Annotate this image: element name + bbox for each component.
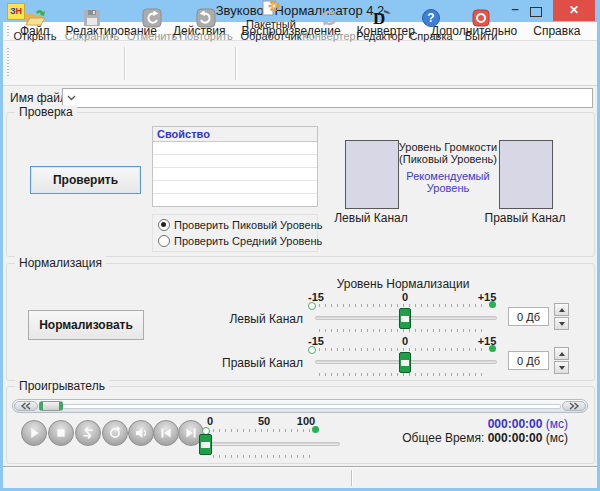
tick-marks [213,455,311,458]
volume-slider-track[interactable] [210,442,340,446]
tick-marks [319,348,486,351]
svg-text:?: ? [427,11,434,25]
tick-marks [319,304,486,307]
seek-thumb[interactable] [39,401,63,411]
app-window: ЗН Звуковой Нормализатор 4.2 – ✕ Файл Ре… [0,0,600,491]
right-channel-meter [499,140,553,209]
menu-help[interactable]: Справка [525,24,588,38]
toolbar-grip [7,48,9,78]
repeat-button[interactable] [102,420,128,446]
radio-unselected-icon [158,235,170,247]
right-channel-label: Правый Канал [483,211,567,225]
right-spin-down-button[interactable] [554,361,569,374]
left-channel-label: Левый Канал [329,211,413,225]
chevron-down-icon [67,95,76,101]
volume-level-caption-1: Уровень Громкости [398,141,498,153]
status-bar-divider [351,470,352,486]
arrow-up-icon [559,308,565,312]
right-db-field[interactable]: 0 Дб [508,351,549,370]
volume-slider-handle[interactable] [199,434,212,455]
speaker-icon [129,420,153,446]
undo-button[interactable]: Отменить [128,4,176,42]
recommended-level-link-2[interactable]: Уровень [398,182,498,194]
time-display: 000:00:00 (мс) Общее Время: 000:00:00 (м… [402,417,568,445]
play-button[interactable] [21,420,47,446]
left-spin-down-button[interactable] [554,317,569,330]
minimize-button[interactable]: – [505,0,525,21]
converter-button[interactable]: Конвертер [303,4,355,42]
left-spin-up-button[interactable] [554,303,569,316]
toolbar [3,41,597,86]
svg-text:D: D [373,9,385,28]
volume-min-label: 0 [198,415,222,427]
exit-button[interactable]: Выйти [460,4,502,42]
property-table: Свойство [152,126,318,207]
editor-button[interactable]: D Редактор [357,4,403,42]
volume-level-caption-2: (Пиковый Уровень) [398,153,498,165]
status-bar [3,466,597,488]
scale-max-label: +15 [473,291,501,303]
tick-marks [319,373,486,376]
help-question-icon: ? [421,8,441,30]
radio-peak-level[interactable]: Проверить Пиковый Уровень [158,219,323,231]
repeat-icon [103,420,127,446]
swap-channels-button[interactable] [75,420,101,446]
check-group-title: Проверка [15,105,77,119]
close-button[interactable]: ✕ [553,0,595,21]
radio-average-level[interactable]: Проверить Средний Уровень [158,235,322,247]
filename-combobox[interactable] [62,88,593,108]
check-button[interactable]: Проверить [30,166,141,194]
maximize-button[interactable] [530,7,542,17]
table-row [153,194,317,206]
volume-button[interactable] [128,420,154,446]
seek-bar[interactable] [12,399,588,413]
editor-d-icon: D [369,8,391,30]
play-icon [22,420,46,446]
scale-min-label: -15 [302,291,330,303]
redo-icon [196,8,216,30]
power-exit-icon [471,8,491,30]
redo-button[interactable]: Повторить [180,4,232,42]
check-mode-panel: Проверить Пиковый Уровень Проверить Сред… [152,214,318,252]
current-time: 000:00:00 (мс) [402,417,568,431]
player-group-title: Проигрыватель [15,379,109,393]
left-db-field[interactable]: 0 Дб [508,307,549,326]
tick-marks [319,329,486,332]
save-button[interactable]: Сохранить [65,4,119,42]
open-button[interactable]: Открыть [11,4,59,42]
stop-button[interactable] [48,420,74,446]
arrow-down-icon [559,322,565,326]
table-row [153,142,317,155]
volume-mid-label: 50 [252,415,276,427]
arrow-down-icon [559,366,565,370]
help-button[interactable]: ? Справка [408,4,454,42]
toolbar-separator [124,47,125,80]
gear-icon [261,0,281,18]
scale-max-dot-icon [489,301,496,308]
radio-selected-icon [158,219,170,231]
normalize-group-title: Нормализация [15,256,106,270]
seek-back-button[interactable] [14,401,38,411]
scale-max-dot-icon [489,345,496,352]
scale-min-dot-icon [308,302,316,310]
batch-processor-button[interactable]: Пакетный Обработчик [239,4,303,42]
seek-forward-button[interactable] [562,401,586,411]
normalize-button[interactable]: Нормализовать [28,310,144,340]
right-channel-slider-handle[interactable] [399,352,411,373]
menu-grip [7,26,9,37]
left-channel-meter [345,140,399,209]
property-table-header: Свойство [153,127,317,142]
scale-mid-label: 0 [395,335,415,347]
total-time: Общее Время: 000:00:00 (мс) [402,431,568,445]
undo-icon [142,8,162,30]
recommended-level-link-1[interactable]: Рекомендуемый [398,170,498,182]
normalization-level-header: Уровень Нормализации [303,277,503,291]
previous-button[interactable] [153,420,179,446]
scale-min-label: -15 [302,335,330,347]
right-spin-up-button[interactable] [554,347,569,360]
scale-max-dot-icon [312,426,319,433]
left-channel-slider-handle[interactable] [399,308,411,329]
skip-back-icon [154,420,178,446]
right-slider-label: Правый Канал [200,356,303,370]
scale-max-label: +15 [473,335,501,347]
